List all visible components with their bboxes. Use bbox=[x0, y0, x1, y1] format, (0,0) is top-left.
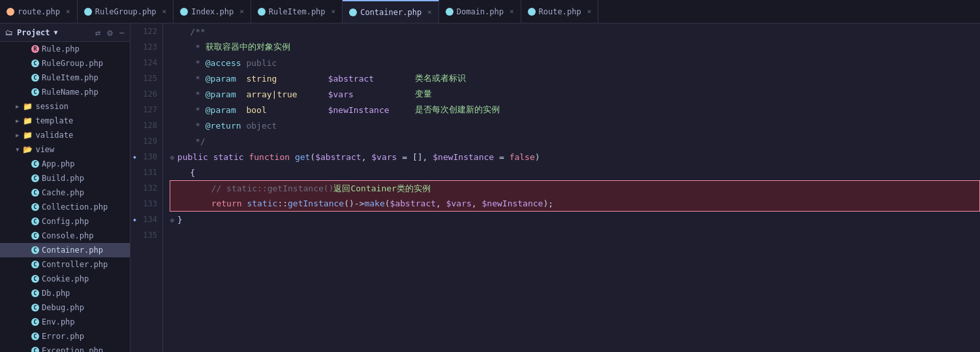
sidebar-label-exception: Exception.php bbox=[42, 346, 103, 352]
line-133: 133 bbox=[130, 196, 162, 212]
code-line-126: * @param array|true $vars 变量 bbox=[170, 86, 980, 102]
sidebar-label-build: Build.php bbox=[42, 174, 84, 183]
line-123: 123 bbox=[130, 39, 162, 55]
sidebar-label-ruleitem: RuleItem.php bbox=[42, 73, 99, 82]
sidebar-item-ruleitem-php[interactable]: C RuleItem.php bbox=[0, 71, 130, 85]
file-icon-exception: C bbox=[31, 347, 39, 352]
sidebar-header: 🗂 Project ▼ ⇄ ⚙ − bbox=[0, 24, 130, 42]
sidebar-item-build-php[interactable]: C Build.php bbox=[0, 171, 130, 185]
view-arrow: ▼ bbox=[16, 146, 19, 153]
tab-route2-php[interactable]: Route.php × bbox=[521, 0, 599, 24]
tab-close-route[interactable]: × bbox=[66, 7, 70, 16]
sidebar-item-container-php[interactable]: C Container.php bbox=[0, 243, 130, 257]
tab-index-php[interactable]: Index.php × bbox=[174, 0, 251, 24]
tab-ruleitem-php[interactable]: RuleItem.php × bbox=[251, 0, 343, 24]
line-134: 134 bbox=[130, 212, 162, 227]
file-icon-cache: C bbox=[31, 189, 39, 197]
sidebar-label-collection: Collection.php bbox=[42, 202, 108, 212]
project-arrow: ▼ bbox=[54, 29, 58, 36]
tab-label-ruleitem: RuleItem.php bbox=[269, 7, 326, 16]
tab-close-ruleitem[interactable]: × bbox=[331, 7, 336, 16]
code-line-133: return static::getInstance()->make($abst… bbox=[170, 196, 980, 212]
file-icon-cookie: C bbox=[31, 275, 39, 283]
sidebar-label-debug: Debug.php bbox=[42, 303, 84, 312]
folder-icon-session: 📁 bbox=[23, 102, 33, 111]
session-arrow: ▶ bbox=[16, 103, 19, 110]
tab-rulegroup-php[interactable]: RuleGroup.php × bbox=[78, 0, 174, 24]
sidebar-label-env: Env.php bbox=[42, 317, 75, 327]
file-icon-rulegroup: C bbox=[31, 59, 39, 67]
sidebar-label-container: Container.php bbox=[42, 246, 103, 255]
file-icon-error: C bbox=[31, 332, 39, 340]
code-line-129: */ bbox=[170, 133, 980, 149]
sidebar-label-app: App.php bbox=[42, 159, 75, 168]
sidebar-item-view[interactable]: ▼ 📂 view bbox=[0, 142, 130, 157]
sidebar-item-collection-php[interactable]: C Collection.php bbox=[0, 200, 130, 214]
tab-icon-ruleitem bbox=[258, 8, 266, 16]
tab-close-rulegroup[interactable]: × bbox=[162, 7, 167, 16]
sidebar-label-config: Config.php bbox=[42, 217, 89, 226]
folder-icon-template: 📁 bbox=[23, 116, 33, 125]
code-line-135 bbox=[170, 227, 980, 243]
line-131: 131 bbox=[130, 165, 162, 180]
sidebar-item-controller-php[interactable]: C Controller.php bbox=[0, 257, 130, 272]
split-icon[interactable]: ⇄ bbox=[95, 27, 100, 38]
file-icon-ruleitem: C bbox=[31, 74, 39, 82]
tab-close-container[interactable]: × bbox=[427, 8, 432, 16]
sidebar-item-db-php[interactable]: C Db.php bbox=[0, 286, 130, 300]
code-line-124: * @access public bbox=[170, 55, 980, 71]
line-125: 125 bbox=[130, 71, 162, 86]
tab-close-index[interactable]: × bbox=[239, 7, 244, 16]
tab-domain-php[interactable]: Domain.php × bbox=[439, 0, 521, 24]
tab-close-route2[interactable]: × bbox=[587, 7, 592, 16]
sidebar-label-validate: validate bbox=[35, 131, 73, 140]
main-area: 🗂 Project ▼ ⇄ ⚙ − R Rule.php C RuleGroup… bbox=[0, 24, 980, 352]
line-135: 135 bbox=[130, 227, 162, 243]
tab-icon-domain bbox=[446, 8, 453, 16]
line-gutter: 122 123 124 125 126 127 128 129 130 131 … bbox=[130, 24, 163, 352]
code-line-123: * 获取容器中的对象实例 bbox=[170, 39, 980, 55]
tab-container-php[interactable]: Container.php × bbox=[343, 0, 439, 24]
line-132: 132 bbox=[130, 180, 162, 196]
file-icon-env: C bbox=[31, 318, 39, 326]
sidebar-item-env-php[interactable]: C Env.php bbox=[0, 315, 130, 329]
line-126: 126 bbox=[130, 86, 162, 102]
sidebar-item-config-php[interactable]: C Config.php bbox=[0, 214, 130, 229]
tab-bar: route.php × RuleGroup.php × Index.php × … bbox=[0, 0, 980, 24]
template-arrow: ▶ bbox=[16, 118, 19, 124]
sidebar-label-template: template bbox=[35, 116, 73, 125]
sidebar-item-rule-php[interactable]: R Rule.php bbox=[0, 42, 130, 56]
tab-icon-index bbox=[180, 8, 188, 16]
sidebar-label-cookie: Cookie.php bbox=[42, 274, 89, 283]
tab-label-index: Index.php bbox=[191, 7, 234, 16]
code-line-122: /** bbox=[170, 24, 980, 39]
sidebar-item-console-php[interactable]: C Console.php bbox=[0, 229, 130, 243]
tab-route-php[interactable]: route.php × bbox=[0, 0, 78, 24]
sidebar-item-app-php[interactable]: C App.php bbox=[0, 157, 130, 171]
line-129: 129 bbox=[130, 133, 162, 149]
sidebar-item-template[interactable]: ▶ 📁 template bbox=[0, 114, 130, 128]
sidebar-item-rulename-php[interactable]: C RuleName.php bbox=[0, 85, 130, 99]
file-icon-debug: C bbox=[31, 304, 39, 312]
sidebar-item-cache-php[interactable]: C Cache.php bbox=[0, 185, 130, 200]
sidebar-item-rulegroup-php[interactable]: C RuleGroup.php bbox=[0, 56, 130, 71]
sidebar-item-cookie-php[interactable]: C Cookie.php bbox=[0, 272, 130, 286]
sidebar-label-rule: Rule.php bbox=[42, 44, 80, 54]
code-line-125: * @param string $abstract 类名或者标识 bbox=[170, 71, 980, 86]
file-icon-collection: C bbox=[31, 203, 39, 211]
sidebar-label-rulename: RuleName.php bbox=[42, 88, 99, 97]
collapse-icon[interactable]: − bbox=[119, 27, 125, 38]
sidebar-item-exception-php[interactable]: C Exception.php bbox=[0, 344, 130, 352]
tab-icon-container bbox=[349, 8, 357, 16]
settings-icon[interactable]: ⚙ bbox=[107, 27, 112, 38]
tab-close-domain[interactable]: × bbox=[510, 7, 514, 16]
sidebar-item-session[interactable]: ▶ 📁 session bbox=[0, 99, 130, 114]
sidebar-item-validate[interactable]: ▶ 📁 validate bbox=[0, 128, 130, 142]
code-area[interactable]: /** * 获取容器中的对象实例 * @access public * @par… bbox=[163, 24, 980, 352]
sidebar-item-error-php[interactable]: C Error.php bbox=[0, 329, 130, 344]
file-icon-rule: R bbox=[31, 45, 39, 53]
line-122: 122 bbox=[130, 24, 162, 39]
sidebar-label-cache: Cache.php bbox=[42, 188, 84, 197]
sidebar-label-db: Db.php bbox=[42, 289, 70, 298]
sidebar-item-debug-php[interactable]: C Debug.php bbox=[0, 300, 130, 315]
